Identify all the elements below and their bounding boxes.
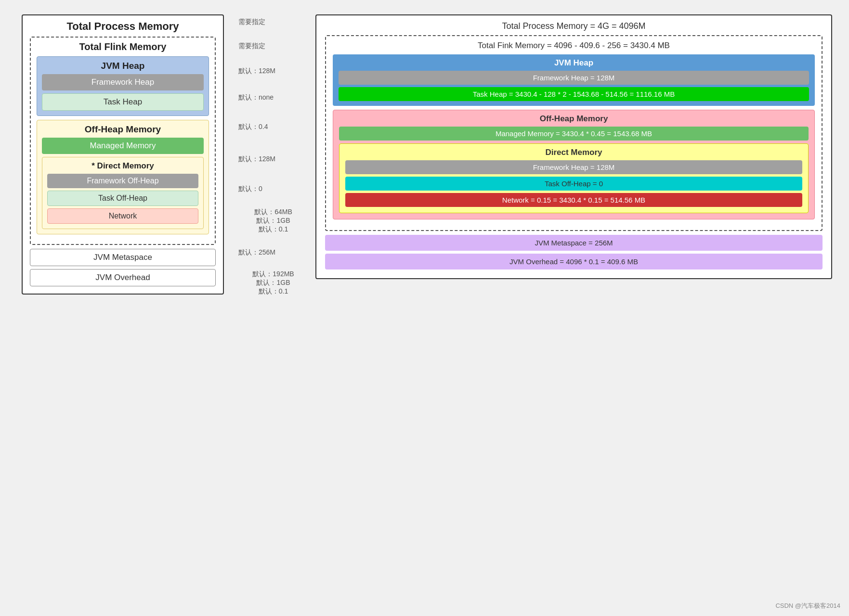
task-heap-box: Task Heap (42, 93, 204, 111)
mid-label-1: 需要指定 (238, 10, 308, 35)
jvm-overhead-label: JVM Overhead (95, 273, 150, 282)
framework-offheap-label: Framework Off-Heap (87, 177, 158, 185)
mid-label-2: 需要指定 (238, 35, 308, 58)
framework-heap-label: Framework Heap (91, 77, 154, 87)
network-label: Network (109, 212, 137, 220)
middle-panel: 需要指定 需要指定 默认：128M 默认：none 默认：0.4 默认：128M… (236, 10, 308, 606)
right-panel: Total Process Memory = 4G = 4096M Total … (308, 10, 839, 606)
direct-memory-box: * Direct Memory Framework Off-Heap Task … (42, 157, 204, 229)
left-panel: Total Process Memory Total Flink Memory … (10, 10, 236, 606)
right-flink-title: Total Fink Memory = 4096 - 409.6 - 256 =… (333, 41, 815, 51)
jvm-metaspace-label: JVM Metaspace (93, 253, 152, 262)
right-framework-offheap: Framework Heap = 128M (345, 160, 802, 174)
right-managed-memory: Managed Memory = 3430.4 * 0.45 = 1543.68… (339, 127, 809, 141)
total-flink-box: Total Flink Memory JVM Heap Framework He… (30, 37, 216, 245)
direct-memory-title: * Direct Memory (47, 161, 198, 171)
mid-label-8-10: 默认：64MB 默认：1GB 默认：0.1 (238, 204, 308, 238)
right-task-offheap: Task Off-Heap = 0 (345, 177, 802, 191)
network-box: Network (47, 208, 198, 224)
mid-label-11: 默认：256M (238, 238, 308, 267)
jvm-heap-box: JVM Heap Framework Heap Task Heap (37, 56, 209, 116)
right-jvm-overhead: JVM Overhead = 4096 * 0.1 = 409.6 MB (325, 254, 823, 270)
task-offheap-box: Task Off-Heap (47, 191, 198, 206)
mid-label-12-14: 默认：192MB 默认：1GB 默认：0.1 (238, 267, 308, 298)
right-task-heap: Task Heap = 3430.4 - 128 * 2 - 1543.68 -… (339, 87, 809, 101)
right-jvm-heap-box: JVM Heap Framework Heap = 128M Task Heap… (333, 54, 815, 106)
footer-credit: CSDN @汽车极客2014 (775, 602, 840, 610)
total-process-title: Total Process Memory (30, 20, 216, 33)
jvm-metaspace-box: JVM Metaspace (30, 249, 216, 266)
right-jvm-heap-title: JVM Heap (339, 58, 809, 68)
jvm-overhead-box: JVM Overhead (30, 269, 216, 286)
mid-label-5: 默认：0.4 (238, 111, 308, 143)
right-network-label: Network = 0.15 = 3430.4 * 0.15 = 514.56 … (502, 196, 645, 204)
right-total-process-box: Total Process Memory = 4G = 4096M Total … (315, 14, 832, 279)
right-framework-heap-label: Framework Heap = 128M (533, 74, 615, 82)
right-jvm-overhead-label: JVM Overhead = 4096 * 0.1 = 409.6 MB (509, 257, 638, 266)
right-direct-box: Direct Memory Framework Heap = 128M Task… (339, 143, 809, 213)
task-heap-label: Task Heap (104, 97, 142, 106)
right-offheap-title: Off-Heap Memory (339, 114, 809, 124)
right-managed-memory-label: Managed Memory = 3430.4 * 0.45 = 1543.68… (496, 129, 652, 138)
managed-memory-box: Managed Memory (42, 138, 204, 154)
offheap-box: Off-Heap Memory Managed Memory * Direct … (37, 120, 209, 234)
mid-label-6: 默认：128M (238, 143, 308, 175)
managed-memory-label: Managed Memory (90, 141, 156, 150)
right-jvm-metaspace: JVM Metaspace = 256M (325, 235, 823, 251)
mid-label-4: 默认：none (238, 84, 308, 111)
mid-label-7: 默认：0 (238, 175, 308, 204)
right-total-flink-box: Total Fink Memory = 4096 - 409.6 - 256 =… (325, 35, 823, 231)
total-process-box: Total Process Memory Total Flink Memory … (22, 14, 224, 295)
framework-offheap-box: Framework Off-Heap (47, 174, 198, 188)
right-task-heap-label: Task Heap = 3430.4 - 128 * 2 - 1543.68 -… (473, 90, 675, 98)
framework-heap-box: Framework Heap (42, 74, 204, 90)
right-framework-heap: Framework Heap = 128M (339, 71, 809, 85)
right-task-offheap-label: Task Off-Heap = 0 (545, 180, 603, 188)
right-direct-title: Direct Memory (345, 148, 802, 157)
jvm-heap-title: JVM Heap (42, 61, 204, 71)
right-framework-offheap-label: Framework Heap = 128M (533, 163, 615, 171)
right-total-process-title: Total Process Memory = 4G = 4096M (325, 21, 823, 31)
right-offheap-box: Off-Heap Memory Managed Memory = 3430.4 … (333, 110, 815, 219)
right-jvm-metaspace-label: JVM Metaspace = 256M (535, 239, 613, 247)
total-flink-title: Total Flink Memory (37, 41, 209, 52)
offheap-title: Off-Heap Memory (42, 124, 204, 135)
mid-label-3: 默认：128M (238, 58, 308, 84)
right-network: Network = 0.15 = 3430.4 * 0.15 = 514.56 … (345, 193, 802, 207)
main-container: Total Process Memory Total Flink Memory … (0, 0, 849, 616)
task-offheap-label: Task Off-Heap (98, 194, 147, 202)
